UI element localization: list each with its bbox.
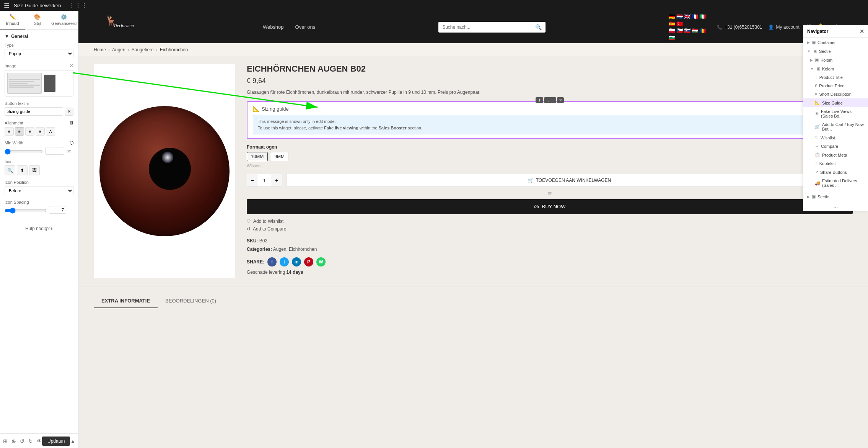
align-left-btn[interactable]: ≡ <box>5 127 14 136</box>
nav-size-guide[interactable]: 📐 Size Guide <box>803 98 868 107</box>
flag-it[interactable]: 🇮🇹 <box>699 13 706 20</box>
nav-sectie-2[interactable]: ▶ ▣ Sectie <box>803 192 868 201</box>
min-width-monitor-icon[interactable]: ⬡ <box>70 140 73 146</box>
align-auto-btn[interactable]: A <box>46 127 55 136</box>
add-section-icon[interactable]: ⊕ <box>11 438 16 444</box>
align-justify-btn[interactable]: ≡ <box>36 127 45 136</box>
icon-position-select[interactable]: Before After None <box>5 186 73 195</box>
expand-arrow[interactable]: ▲ <box>70 438 75 444</box>
share-pinterest-btn[interactable]: P <box>304 257 313 267</box>
product-description: Glasaugen für rote Eichhörnchen, dunkelb… <box>247 89 853 96</box>
nav-product-meta[interactable]: 📋 Product Meta <box>803 150 868 159</box>
breadcrumb-augen[interactable]: Augen <box>112 47 125 52</box>
search-icon[interactable]: 🔍 <box>535 24 542 30</box>
share-whatsapp-btn[interactable]: W <box>316 257 326 267</box>
breadcrumb-saugetiere[interactable]: Säugetiere <box>132 47 154 52</box>
type-select[interactable]: Popup <box>5 49 73 58</box>
add-to-cart-btn[interactable]: 🛒 TOEVOEGEN AAN WINKELWAGEN <box>286 174 853 187</box>
help-link[interactable]: Hulp nodig? ℹ <box>0 222 78 235</box>
icon-search-btn[interactable]: 🔍 <box>5 165 15 175</box>
align-right-btn[interactable]: ≡ <box>25 127 34 136</box>
categories-value[interactable]: Augen, Eichhörnchen <box>273 247 317 252</box>
wishlist-compare: ♡ Add to Wishlist ↺ Add to Compare <box>247 219 853 232</box>
nav-product-price[interactable]: € Product Price <box>803 82 868 90</box>
flag-fr[interactable]: 🇫🇷 <box>692 13 698 20</box>
flag-tr[interactable]: 🇹🇷 <box>676 21 683 27</box>
size-10mm[interactable]: 10MM <box>247 152 268 161</box>
button-text-input[interactable] <box>5 107 63 116</box>
nav-over-ons[interactable]: Over ons <box>295 24 316 30</box>
layers-icon[interactable]: ⊞ <box>3 438 8 444</box>
widget-close-btn[interactable]: ✕ <box>557 97 564 103</box>
share-facebook-btn[interactable]: f <box>267 257 277 267</box>
tab-geavanceerd[interactable]: ⚙️ Geavanceerd <box>50 11 78 29</box>
qty-increase-btn[interactable]: + <box>271 174 282 186</box>
icon-spacing-input[interactable] <box>49 206 66 214</box>
min-width-slider[interactable] <box>5 149 43 155</box>
align-center-btn[interactable]: ≡ <box>15 127 24 136</box>
hamburger-icon[interactable]: ☰ <box>4 2 9 9</box>
buy-now-btn[interactable]: 🛍 BUY NOW <box>247 199 853 214</box>
flag-nl[interactable]: 🇳🇱 <box>676 13 683 20</box>
flag-de[interactable]: 🇩🇪 <box>669 13 675 20</box>
line4 <box>9 85 40 86</box>
collapse-icon[interactable]: ▼ <box>5 34 9 39</box>
button-clear-btn[interactable]: ✕ <box>65 108 73 116</box>
nav-short-description[interactable]: ≡ Short Description <box>803 90 868 98</box>
flag-ro[interactable]: 🇷🇴 <box>699 28 706 34</box>
dynamic-content-icon[interactable]: ◈ <box>26 101 29 106</box>
nav-add-to-cart[interactable]: 🛒 Add to Cart / Buy Now But... <box>803 120 868 133</box>
flag-bg[interactable]: 🇧🇬 <box>669 35 675 41</box>
flag-es[interactable]: 🇪🇸 <box>669 21 675 27</box>
monitor-icon[interactable]: 🖥 <box>69 120 73 126</box>
tab-stijl[interactable]: 🎨 Stijl <box>25 11 50 29</box>
nav-container[interactable]: ▶ ▣ Container <box>803 38 868 47</box>
nav-fake-live-views[interactable]: 👁 Fake Live Views (Sales Bo... <box>803 107 868 120</box>
account-link[interactable]: 👤 My account <box>768 25 799 30</box>
compare-link[interactable]: ↺ Add to Compare <box>247 226 853 232</box>
icon-spacing-slider[interactable] <box>5 208 47 214</box>
size-9mm[interactable]: 9MM <box>270 152 289 161</box>
flag-hu[interactable]: 🇭🇺 <box>692 28 698 34</box>
nav-estimated-delivery[interactable]: 🚚 Estimated Delivery (Sales ... <box>803 177 868 190</box>
widget-grid-btn[interactable]: ⋮⋮ <box>544 97 556 103</box>
nav-kolom-2[interactable]: ▼ ▣ Kolom <box>803 64 868 73</box>
share-linkedin-btn[interactable]: in <box>292 257 301 267</box>
share-twitter-btn[interactable]: t <box>280 257 289 267</box>
redo-icon[interactable]: ↻ <box>28 438 33 444</box>
nav-webshop[interactable]: Webshop <box>263 24 284 30</box>
image-delete-btn[interactable]: ✕ <box>69 63 73 69</box>
breadcrumb-home[interactable]: Home <box>94 47 106 52</box>
icon-library-btn[interactable]: 🖼 <box>29 165 40 175</box>
nav-kolom-1[interactable]: ▶ ▣ Kolom <box>803 56 868 64</box>
icon-upload-btn[interactable]: ⬆ <box>17 165 28 175</box>
nav-sectie-1[interactable]: ▼ ▣ Sectie <box>803 47 868 56</box>
preview-icon[interactable]: 👁 <box>37 438 42 444</box>
update-button[interactable]: Updaten <box>42 437 70 446</box>
nav-wishlist[interactable]: ♡ Wishlist <box>803 133 868 142</box>
flag-sk[interactable]: 🇸🇰 <box>684 28 690 34</box>
nav-compare[interactable]: ↔ Compare <box>803 142 868 150</box>
nav-share-buttons[interactable]: ↗ Share Buttons <box>803 168 868 177</box>
qty-input[interactable] <box>258 174 271 186</box>
wishlist-link[interactable]: ♡ Add to Wishlist <box>247 219 853 224</box>
widget-move-btn[interactable]: ✛ <box>536 97 543 103</box>
nav-product-title[interactable]: T Product Title <box>803 73 868 82</box>
tab-reviews[interactable]: BEOORDELINGEN (0) <box>158 294 224 308</box>
flag-gb[interactable]: 🇬🇧 <box>684 13 690 20</box>
tab-inhoud[interactable]: ✏️ Inhoud <box>0 11 25 29</box>
tab-extra-info[interactable]: EXTRA INFORMATIE <box>94 294 158 308</box>
nav-koptekst[interactable]: T Koptekst <box>803 159 868 168</box>
undo-icon[interactable]: ↺ <box>20 438 24 444</box>
nav-close-btn[interactable]: ✕ <box>860 28 864 34</box>
qty-decrease-btn[interactable]: − <box>247 174 258 186</box>
grid-icon[interactable]: ⋮⋮⋮ <box>69 2 87 9</box>
nav-share-label: Share Buttons <box>820 170 847 175</box>
flag-cz[interactable]: 🇨🇿 <box>676 28 683 34</box>
search-input[interactable] <box>442 25 535 30</box>
sizing-guide-label[interactable]: Sizing guide <box>262 106 289 112</box>
size-clear[interactable]: Wissen <box>247 164 261 168</box>
min-width-input[interactable] <box>45 147 64 155</box>
phone-link[interactable]: 📞 +31 (0)652015301 <box>717 25 762 30</box>
flag-pl[interactable]: 🇵🇱 <box>669 28 675 34</box>
